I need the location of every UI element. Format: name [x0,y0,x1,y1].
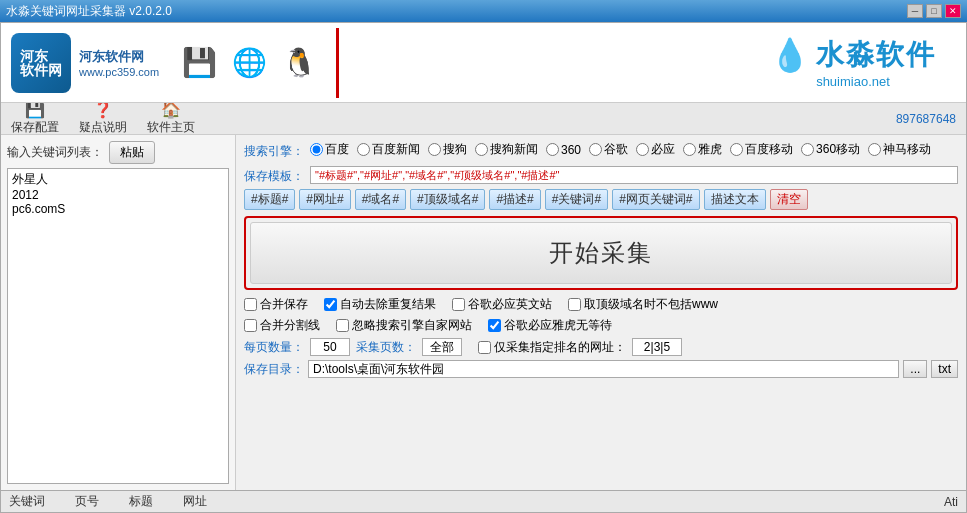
paste-button[interactable]: 粘贴 [109,141,155,164]
toolbar: 💾 保存配置 ❓ 疑点说明 🏠 软件主页 897687648 [1,103,966,135]
keyword-line-2: 2012 [12,188,224,202]
merge-split-label: 合并分割线 [260,317,320,334]
tag-title-btn[interactable]: #标题# [244,189,295,210]
status-title: 标题 [129,493,153,510]
brand-name: 水淼软件 [816,36,936,74]
pages-label: 采集页数： [356,339,416,356]
merge-save-check[interactable]: 合并保存 [244,296,308,313]
rank-input[interactable] [632,338,682,356]
close-button[interactable]: ✕ [945,4,961,18]
merge-save-label: 合并保存 [260,296,308,313]
tag-buttons-row: #标题# #网址# #域名# #顶级域名# #描述# #关键词# #网页关键词#… [244,189,958,210]
savedir-label: 保存目录： [244,361,304,378]
maximize-button[interactable]: □ [926,4,942,18]
banner-site-name: 河东软件网 [79,48,159,66]
ignore-self-check[interactable]: 忽略搜索引擎自家网站 [336,317,472,334]
app-logo: 河东软件网 [11,33,71,93]
tag-clear-btn[interactable]: 清空 [770,189,808,210]
radio-360[interactable]: 360 [546,141,581,158]
status-page: 页号 [75,493,99,510]
radio-yahoo[interactable]: 雅虎 [683,141,722,158]
radio-biying[interactable]: 必应 [636,141,675,158]
search-engine-options: 百度 百度新闻 搜狗 搜狗新闻 360 谷歌 [310,141,931,158]
red-divider [336,28,339,98]
tag-keyword-btn[interactable]: #关键词# [545,189,608,210]
savedir-input[interactable] [308,360,899,378]
keyword-textarea[interactable]: 外星人 2012 pc6.comS [7,168,229,484]
tag-url-btn[interactable]: #网址# [299,189,350,210]
auto-dedup-label: 自动去除重复结果 [340,296,436,313]
pages-input[interactable] [422,338,462,356]
keyword-line-1: 外星人 [12,171,224,188]
radio-baidu[interactable]: 百度 [310,141,349,158]
window-controls: ─ □ ✕ [907,4,961,18]
right-panel: 搜索引擎： 百度 百度新闻 搜狗 搜狗新闻 360 [236,135,966,490]
save-icon: 💾 [177,41,221,85]
tag-desc-btn[interactable]: #描述# [489,189,540,210]
rank-check[interactable]: 仅采集指定排名的网址： [478,339,626,356]
content-area: 输入关键词列表： 粘贴 外星人 2012 pc6.comS 搜索引擎： 百度 百 [1,135,966,490]
title-bar: 水淼关键词网址采集器 v2.0.2.0 ─ □ ✕ [0,0,967,22]
browse-button[interactable]: ... [903,360,927,378]
help-button[interactable]: ❓ 疑点说明 [79,102,127,136]
top-banner: 河东软件网 河东软件网 www.pc359.com 💾 🌐 🐧 💧 水淼软件 s… [1,23,966,103]
pagecount-input[interactable] [310,338,350,356]
status-ati: Ati [944,495,958,509]
radio-google[interactable]: 谷歌 [589,141,628,158]
rank-label: 仅采集指定排名的网址： [494,339,626,356]
auto-dedup-check[interactable]: 自动去除重复结果 [324,296,436,313]
radio-sogou-news[interactable]: 搜狗新闻 [475,141,538,158]
radio-shenma-mobile[interactable]: 神马移动 [868,141,931,158]
tag-desctext-btn[interactable]: 描述文本 [704,189,766,210]
merge-split-check[interactable]: 合并分割线 [244,317,320,334]
txt-button[interactable]: txt [931,360,958,378]
start-button[interactable]: 开始采集 [250,222,952,284]
tag-domain-btn[interactable]: #域名# [355,189,406,210]
no-www-check[interactable]: 取顶级域名时不包括www [568,296,718,313]
template-input[interactable] [310,166,958,184]
status-bar: 关键词 页号 标题 网址 Ati [1,490,966,512]
left-panel-header: 输入关键词列表： 粘贴 [7,141,229,164]
template-label: 保存模板： [244,166,304,185]
save-config-icon: 💾 [25,102,45,118]
save-config-button[interactable]: 💾 保存配置 [11,102,59,136]
homepage-icon: 🏠 [161,102,181,118]
status-keyword: 关键词 [9,493,45,510]
banner-icons: 💾 🌐 🐧 [177,41,321,85]
ignore-self-label: 忽略搜索引擎自家网站 [352,317,472,334]
keyword-list-label: 输入关键词列表： [7,144,103,161]
search-engine-row: 搜索引擎： 百度 百度新闻 搜狗 搜狗新闻 360 [244,141,958,160]
qq-number: 897687648 [896,112,956,126]
radio-sogou[interactable]: 搜狗 [428,141,467,158]
template-row: 保存模板： [244,166,958,185]
window-title: 水淼关键词网址采集器 v2.0.2.0 [6,3,172,20]
options-row-1: 合并保存 自动去除重复结果 谷歌必应英文站 取顶级域名时不包括www [244,296,958,313]
homepage-button[interactable]: 🏠 软件主页 [147,102,195,136]
keyword-line-3: pc6.comS [12,202,224,216]
search-engine-label: 搜索引擎： [244,141,304,160]
options-row-2: 合并分割线 忽略搜索引擎自家网站 谷歌必应雅虎无等待 [244,317,958,334]
no-www-label: 取顶级域名时不包括www [584,296,718,313]
radio-360-mobile[interactable]: 360移动 [801,141,860,158]
brand-logo: 💧 水淼软件 shuimiao.net [770,36,956,89]
help-icon: ❓ [93,102,113,118]
google-wait-label: 谷歌必应雅虎无等待 [504,317,612,334]
savedir-row: 保存目录： ... txt [244,360,958,378]
brand-drop-icon: 💧 [770,36,810,74]
left-panel: 输入关键词列表： 粘贴 外星人 2012 pc6.comS [1,135,236,490]
banner-site-info: 河东软件网 www.pc359.com [79,48,159,78]
google-english-check[interactable]: 谷歌必应英文站 [452,296,552,313]
start-btn-container: 开始采集 [244,216,958,290]
tag-topdomain-btn[interactable]: #顶级域名# [410,189,485,210]
main-window: 河东软件网 河东软件网 www.pc359.com 💾 🌐 🐧 💧 水淼软件 s… [0,22,967,513]
pagecount-label: 每页数量： [244,339,304,356]
radio-baidu-mobile[interactable]: 百度移动 [730,141,793,158]
tag-pagekeyword-btn[interactable]: #网页关键词# [612,189,699,210]
minimize-button[interactable]: ─ [907,4,923,18]
globe-icon: 🌐 [227,41,271,85]
status-url: 网址 [183,493,207,510]
radio-baidu-news[interactable]: 百度新闻 [357,141,420,158]
pagecount-row: 每页数量： 采集页数： 仅采集指定排名的网址： [244,338,958,356]
google-wait-check[interactable]: 谷歌必应雅虎无等待 [488,317,612,334]
qq-icon: 🐧 [277,41,321,85]
